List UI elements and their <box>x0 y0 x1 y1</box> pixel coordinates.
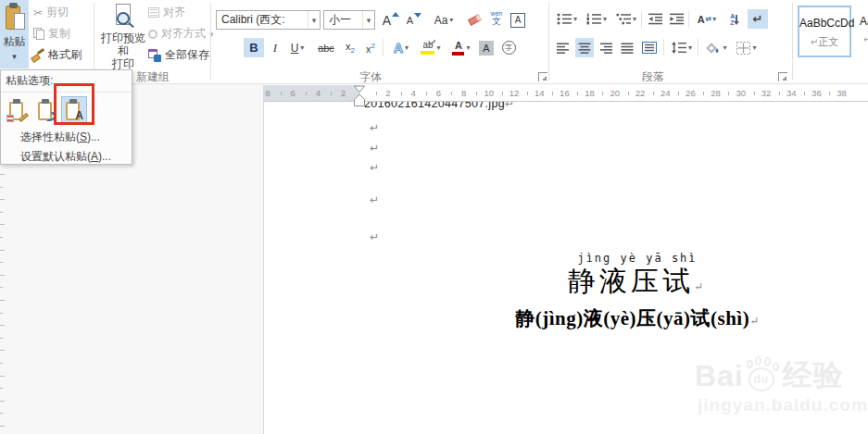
vertical-ruler-tick <box>0 237 3 238</box>
scissors-icon: ✂ <box>33 6 43 19</box>
chevron-down-icon: ▾ <box>688 43 692 52</box>
bullet-list-icon <box>557 13 572 25</box>
paste-options-menu: 粘贴选项: A 选择性粘贴(S)... 设置默认粘贴(A)... <box>0 69 132 165</box>
show-hide-marks-button[interactable]: ↵ <box>748 9 768 29</box>
chevron-down-icon[interactable]: ▾ <box>308 11 320 29</box>
vertical-ruler-tick <box>0 212 3 213</box>
phonetic-guide-button[interactable]: wén 文 <box>486 8 507 28</box>
format-painter-button[interactable]: 格式刷 <box>31 46 82 64</box>
ruler-number: 8 <box>265 88 270 98</box>
vertical-ruler-tick <box>0 426 5 427</box>
font-name-value: Calibri (西文: <box>217 12 308 28</box>
italic-button[interactable]: I <box>268 38 283 57</box>
sort-button[interactable]: A Z <box>723 9 744 29</box>
vertical-ruler-tick <box>0 325 5 326</box>
line-spacing-icon <box>672 42 686 54</box>
annotated-pinyin-line[interactable]: 静(jìng)液(yè)压(yā)试(shì)↵ <box>364 305 868 331</box>
font-size-combobox[interactable]: 小一 ▾ <box>323 10 375 30</box>
chevron-down-icon: ▾ <box>712 15 716 23</box>
ruler-number: 2 <box>385 88 390 98</box>
save-all-button[interactable]: 全部保存 <box>148 46 209 64</box>
align-left-button[interactable] <box>554 38 572 57</box>
multilevel-list-button[interactable]: ▾ <box>613 9 639 29</box>
ruler-number: 14 <box>535 88 545 98</box>
align-left-icon <box>557 43 570 54</box>
style-normal[interactable]: AaBbCcDd ↵正文 <box>798 6 851 57</box>
chevron-down-icon: ▾ <box>405 43 409 52</box>
ruler-tick <box>552 92 553 95</box>
group-label-font: 字体 <box>278 69 463 82</box>
paragraph-mark-icon: ↵ <box>753 12 763 26</box>
increase-indent-button[interactable] <box>667 9 686 29</box>
text-highlight-button[interactable]: ab ▾ <box>417 38 445 57</box>
paste-option-merge-formatting[interactable] <box>33 96 59 124</box>
clear-formatting-button[interactable] <box>464 10 484 30</box>
ruler-number: 30 <box>736 88 747 98</box>
shrink-font-button[interactable]: A <box>404 10 424 30</box>
ruler-number: 16 <box>560 88 570 98</box>
line-spacing-button[interactable]: ▾ <box>669 38 695 57</box>
paste-option-keep-source-formatting[interactable] <box>5 96 31 124</box>
first-line-indent-marker[interactable] <box>353 85 366 93</box>
strikethrough-button[interactable]: abc <box>314 38 338 57</box>
ruler-number: 26 <box>686 88 696 98</box>
grow-font-button[interactable]: A <box>381 10 401 30</box>
ruler-tick <box>476 92 477 95</box>
asian-layout-button[interactable]: A ⇄ ▾ <box>693 9 721 29</box>
shading-button[interactable]: ▾ <box>702 38 730 57</box>
align-center-button[interactable] <box>575 38 594 57</box>
text-effects-button[interactable]: A ▾ <box>388 38 414 57</box>
superscript-button[interactable]: x2 <box>362 38 379 57</box>
character-border-button[interactable]: A <box>509 10 527 30</box>
title-text: 静液压试 <box>568 266 694 296</box>
left-indent-marker[interactable] <box>353 93 366 107</box>
subscript-button[interactable]: x2 <box>342 38 359 57</box>
menu-item-paste-special[interactable]: 选择性粘贴(S)... <box>1 128 132 147</box>
distribute-button[interactable] <box>639 38 660 57</box>
vertical-ruler-tick <box>0 287 3 288</box>
watermark-brand-prefix: Bai <box>695 359 744 393</box>
style-next[interactable]: Aal ↵ <box>856 6 868 57</box>
menu-item-set-default-paste[interactable]: 设置默认粘贴(A)... <box>1 147 132 167</box>
ruler-number: 32 <box>761 88 772 98</box>
font-color-button[interactable]: A ▾ <box>448 38 474 57</box>
ruler-number: 8 <box>461 88 466 98</box>
underline-button[interactable]: U ▾ <box>285 38 309 57</box>
paste-button[interactable]: 粘贴 ▾ <box>0 0 29 68</box>
style-sample-text: Aal <box>856 15 868 28</box>
font-size-value: 小一 <box>324 12 362 28</box>
borders-button[interactable]: ▾ <box>733 38 761 57</box>
keep-text-only-icon: A <box>64 98 84 122</box>
ruler-margin-area <box>264 85 360 101</box>
numbering-button[interactable]: ▾ <box>584 9 610 29</box>
ruler-number: 10 <box>484 88 495 98</box>
ruler-tick <box>703 92 704 95</box>
change-case-button[interactable]: Aa ▾ <box>429 10 459 30</box>
print-preview-button[interactable]: 打印预览和 打印 <box>98 2 148 68</box>
paste-option-keep-text-only[interactable]: A <box>61 96 87 124</box>
bold-button[interactable]: B <box>244 38 264 57</box>
justify-button[interactable] <box>618 38 636 57</box>
paragraph-dialog-launcher[interactable] <box>778 72 787 81</box>
shrink-font-letter: A <box>407 15 413 26</box>
chevron-down-icon: ▾ <box>752 43 756 52</box>
group-label-paragraph: 段落 <box>556 69 750 82</box>
vertical-ruler-tick <box>0 350 5 351</box>
font-dialog-launcher[interactable] <box>538 72 547 81</box>
align-icon <box>148 7 159 18</box>
bullets-button[interactable]: ▾ <box>554 9 580 29</box>
borders-icon <box>736 42 750 55</box>
enclose-characters-button[interactable]: 字 <box>499 38 518 57</box>
decrease-indent-button[interactable] <box>646 9 664 29</box>
align-right-button[interactable] <box>597 38 615 57</box>
vertical-ruler-tick <box>0 224 5 225</box>
copy-label: 复制 <box>48 26 70 42</box>
enclose-characters-icon: 字 <box>502 41 516 55</box>
paragraph-mark: ↵ <box>694 280 707 293</box>
numbered-list-icon <box>586 13 601 25</box>
font-name-combobox[interactable]: Calibri (西文: ▾ <box>216 10 321 30</box>
chevron-down-icon[interactable]: ▾ <box>362 11 374 29</box>
decrease-indent-icon <box>648 13 662 25</box>
title-line[interactable]: 静液压试↵ <box>364 263 868 301</box>
character-shading-button[interactable]: A <box>477 38 496 57</box>
